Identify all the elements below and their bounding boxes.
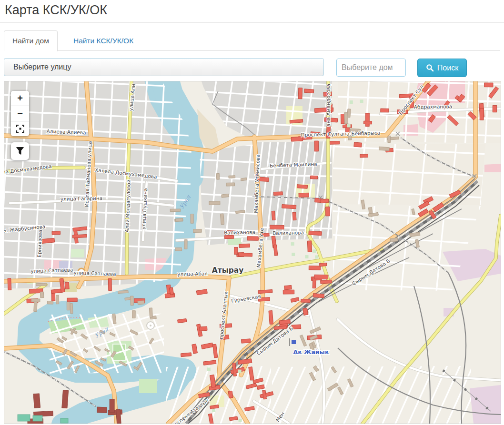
fullscreen-button[interactable] [11,121,29,136]
station-marker-ak-zhaiyk [292,340,296,344]
map-svg: Алиева Алиева Исатая Тайманова улица ули… [4,81,501,424]
app-root: Карта КСК/УК/ОК Найти дом Найти КСК/УК/О… [0,0,504,425]
road-label: Валиханова [272,229,304,236]
tab-find-house[interactable]: Найти дом [4,30,58,51]
house-input[interactable] [336,59,406,77]
search-icon [426,64,434,72]
zoom-out-button[interactable]: − [11,106,29,121]
road-label: ана Амандосова [325,84,331,127]
tab-bar: Найти дом Найти КСК/УК/ОК [4,27,500,51]
zoom-in-button[interactable]: + [11,91,29,106]
road-label: улица-Абая [177,270,208,277]
search-button-label: Поиск [437,64,458,72]
search-button[interactable]: Поиск [417,59,467,77]
filter-button[interactable] [11,142,29,160]
road-label: улица Гагарина [60,195,102,202]
page-title: Карта КСК/УК/ОК [5,3,107,18]
station-label: Ак Жайык [293,348,329,356]
street-select[interactable]: Выберите улицу [4,58,324,76]
title-divider [0,22,504,23]
tab-find-ksk[interactable]: Найти КСК/УК/ОК [65,30,142,51]
road-label: Абдрахманова [414,103,453,109]
road-label: Валиханова [224,229,255,235]
filter-icon [16,147,24,156]
road-label: Ерниязова [36,230,43,257]
fullscreen-icon [16,125,24,133]
city-label: Атырау [212,266,244,275]
zoom-control: + − [11,91,29,136]
map-canvas[interactable]: Алиева Алиева Исатая Тайманова улица ули… [4,81,501,424]
